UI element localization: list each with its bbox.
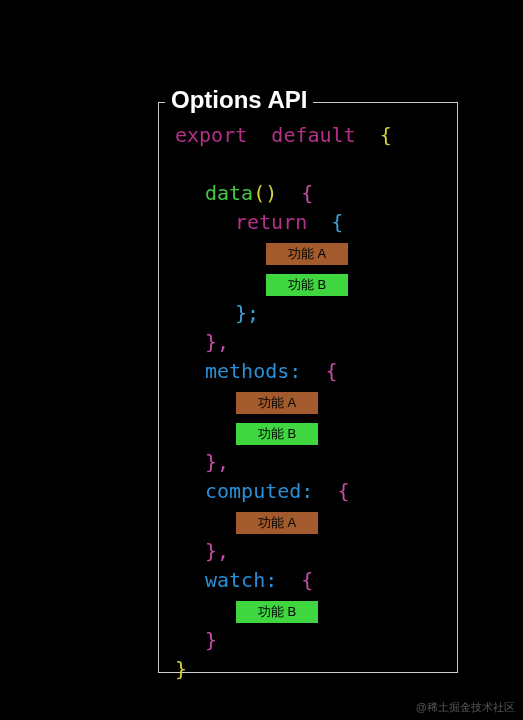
feature-tag-b: 功能 B: [235, 600, 319, 624]
code-line: 功能 B: [175, 268, 447, 299]
brace: };: [235, 301, 259, 325]
code-line: 功能 A: [175, 506, 447, 537]
watermark: @稀土掘金技术社区: [416, 701, 515, 714]
prop-computed: computed:: [205, 479, 313, 503]
code-line: methods: {: [175, 357, 447, 386]
keyword-return: return: [235, 210, 307, 234]
paren: (): [253, 181, 277, 205]
brace: },: [205, 450, 229, 474]
feature-tag-b: 功能 B: [265, 273, 349, 297]
code-line: },: [175, 448, 447, 477]
code-line: }: [175, 626, 447, 655]
feature-tag-a: 功能 A: [235, 511, 319, 535]
keyword-export: export: [175, 123, 247, 147]
code-line: return {: [175, 208, 447, 237]
fn-data: data: [205, 181, 253, 205]
feature-tag-b: 功能 B: [235, 422, 319, 446]
prop-watch: watch:: [205, 568, 277, 592]
brace: },: [205, 539, 229, 563]
brace: {: [380, 123, 392, 147]
brace: {: [301, 568, 313, 592]
code-line: export default {: [175, 121, 447, 150]
prop-methods: methods:: [205, 359, 301, 383]
brace: {: [325, 359, 337, 383]
code-line: data() {: [175, 179, 447, 208]
code-line: computed: {: [175, 477, 447, 506]
code-line: 功能 A: [175, 386, 447, 417]
code-line: 功能 B: [175, 417, 447, 448]
code-line: 功能 B: [175, 595, 447, 626]
feature-tag-a: 功能 A: [265, 242, 349, 266]
code-line: }: [175, 655, 447, 684]
brace: {: [331, 210, 343, 234]
options-api-panel: Options API export default { data() { re…: [158, 102, 458, 673]
code-line: [175, 150, 447, 179]
brace: {: [337, 479, 349, 503]
code-line: },: [175, 328, 447, 357]
feature-tag-a: 功能 A: [235, 391, 319, 415]
code-line: },: [175, 537, 447, 566]
code-line: 功能 A: [175, 237, 447, 268]
code-block: export default { data() { return { 功能 A …: [159, 103, 457, 694]
brace: {: [301, 181, 313, 205]
code-line: watch: {: [175, 566, 447, 595]
keyword-default: default: [271, 123, 355, 147]
brace: }: [205, 628, 217, 652]
brace: },: [205, 330, 229, 354]
brace: }: [175, 657, 187, 681]
code-line: };: [175, 299, 447, 328]
